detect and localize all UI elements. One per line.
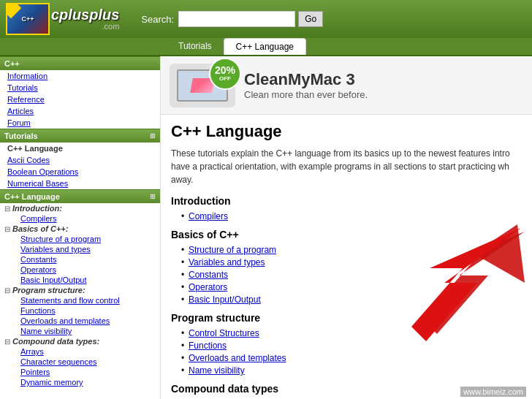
header: C++ cplusplus .com Search: Go <box>0 0 532 38</box>
section-heading-basics: Basics of C++ <box>171 229 522 240</box>
logo-box: C++ <box>6 3 50 35</box>
page-content: C++ Language These tutorials explain the… <box>161 115 532 399</box>
logo-area: C++ cplusplus .com <box>6 3 119 35</box>
sidebar-item-boolean[interactable]: Boolean Operations <box>0 166 160 178</box>
search-area: Search: Go <box>141 11 526 27</box>
logo-dot-com: .com <box>51 22 119 31</box>
sidebar-item-articles[interactable]: Articles <box>0 105 160 117</box>
sidebar-item-forum[interactable]: Forum <box>0 117 160 129</box>
sidebar-item-reference[interactable]: Reference <box>0 94 160 105</box>
ad-discount-badge: 20% OFF <box>209 58 241 90</box>
sidebar: C++ Information Tutorials Reference Arti… <box>0 56 161 399</box>
list-item-constants[interactable]: Constants <box>181 270 522 280</box>
tree-item-basics-header: ⊟ Basics of C++: <box>0 224 160 234</box>
section-heading-intro: Introduction <box>171 195 522 207</box>
search-input[interactable] <box>178 11 295 27</box>
ad-text: CleanMyMac 3 Clean more than ever before… <box>244 70 523 100</box>
search-button[interactable]: Go <box>298 11 323 27</box>
sidebar-item-information[interactable]: Information <box>0 70 160 82</box>
list-item-control-structures[interactable]: Control Structures <box>181 328 522 338</box>
ad-off: OFF <box>219 75 231 82</box>
sidebar-item-operators[interactable]: Operators <box>0 265 160 275</box>
tree-bullet: ⊟ <box>4 205 10 213</box>
sidebar-item-numerical[interactable]: Numerical Bases <box>0 178 160 189</box>
ad-percent: 20% <box>215 65 235 75</box>
intro-header: Introduction: <box>12 204 62 213</box>
sidebar-item-constants[interactable]: Constants <box>0 254 160 265</box>
expand-icon-2: ⊞ <box>150 193 156 200</box>
tree-bullet-4: ⊟ <box>4 338 10 346</box>
watermark-bottom: www.bimeiz.com <box>460 387 526 397</box>
section-heading-program-structure: Program structure <box>171 312 522 324</box>
sidebar-item-ascii[interactable]: Ascii Codes <box>0 154 160 166</box>
basics-header: Basics of C++: <box>12 224 68 233</box>
sidebar-item-arrays[interactable]: Arrays <box>0 346 160 357</box>
tree-item-compound-header: ⊟ Compound data types: <box>0 336 160 346</box>
sidebar-item-overloads[interactable]: Overloads and templates <box>0 316 160 326</box>
tree-bullet-3: ⊟ <box>4 286 10 294</box>
sidebar-item-char-seq[interactable]: Character sequences <box>0 357 160 367</box>
intro-list: Compilers <box>171 211 522 221</box>
sidebar-item-functions[interactable]: Functions <box>0 305 160 316</box>
sidebar-section-tutorials: Tutorials ⊞ <box>0 129 160 142</box>
list-item-compilers[interactable]: Compilers <box>181 211 522 221</box>
sidebar-item-variables[interactable]: Variables and types <box>0 244 160 254</box>
ad-macbook-image: 20% OFF <box>170 64 235 107</box>
watermark-top: 生活百科 <box>457 373 495 387</box>
sidebar-item-compilers[interactable]: Compilers <box>0 213 160 224</box>
tab-cpp-language[interactable]: C++ Language <box>224 38 306 55</box>
program-list: Control Structures Functions Overloads a… <box>171 328 522 376</box>
logo-text-area: cplusplus .com <box>51 7 119 31</box>
sidebar-section-cpp-language: C++ Language ⊞ <box>0 189 160 203</box>
sidebar-item-statements[interactable]: Statements and flow control <box>0 295 160 305</box>
tree-item-program-header: ⊟ Program structure: <box>0 285 160 295</box>
ad-subtitle: Clean more than ever before. <box>244 89 523 100</box>
sidebar-item-dynamic[interactable]: Dynamic memory <box>0 377 160 387</box>
sidebar-item-pointers[interactable]: Pointers <box>0 367 160 377</box>
tree-bullet-2: ⊟ <box>4 225 10 233</box>
ad-title: CleanMyMac 3 <box>244 70 523 89</box>
tab-tutorials[interactable]: Tutorials <box>167 38 224 55</box>
content-area: 20% OFF CleanMyMac 3 Clean more than eve… <box>161 56 532 399</box>
tree-item-intro-header: ⊟ Introduction: <box>0 203 160 213</box>
ad-banner[interactable]: 20% OFF CleanMyMac 3 Clean more than eve… <box>161 56 532 115</box>
main-layout: C++ Information Tutorials Reference Arti… <box>0 56 532 399</box>
list-item-structure-prog[interactable]: Structure of a program <box>181 245 522 255</box>
list-item-functions[interactable]: Functions <box>181 341 522 351</box>
sidebar-item-basic-io[interactable]: Basic Input/Output <box>0 275 160 285</box>
sidebar-item-structure[interactable]: Structure of a program <box>0 234 160 244</box>
search-label: Search: <box>141 14 174 25</box>
compound-header: Compound data types: <box>12 337 99 346</box>
sidebar-item-cpp-language[interactable]: C++ Language <box>0 142 160 154</box>
expand-icon: ⊞ <box>150 132 156 140</box>
list-item-overloads[interactable]: Overloads and templates <box>181 353 522 363</box>
logo-main: cplusplus <box>51 7 119 22</box>
list-item-variables-types[interactable]: Variables and types <box>181 257 522 267</box>
program-header: Program structure: <box>12 286 86 294</box>
page-intro: These tutorials explain the C++ language… <box>171 147 522 186</box>
sidebar-item-name-vis[interactable]: Name visibility <box>0 326 160 336</box>
page-title: C++ Language <box>171 122 522 141</box>
basics-list: Structure of a program Variables and typ… <box>171 245 522 305</box>
list-item-operators[interactable]: Operators <box>181 282 522 292</box>
sidebar-section-cpp: C++ <box>0 56 160 70</box>
nav-tabs: Tutorials C++ Language <box>0 38 532 56</box>
list-item-basic-io[interactable]: Basic Input/Output <box>181 294 522 305</box>
sidebar-item-tutorials[interactable]: Tutorials <box>0 82 160 94</box>
